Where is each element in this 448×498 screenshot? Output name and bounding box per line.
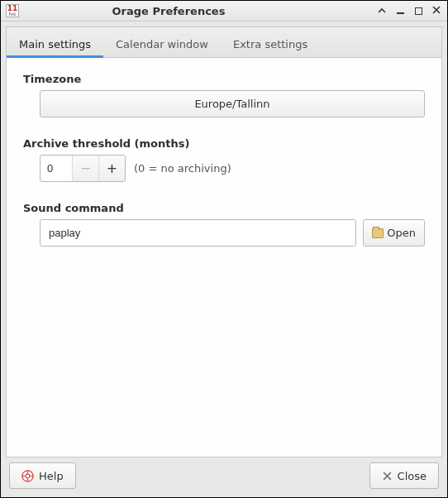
sound-command-label: Sound command xyxy=(23,202,425,214)
timezone-button[interactable]: Europe/Tallinn xyxy=(40,90,425,117)
help-button[interactable]: Help xyxy=(9,462,76,489)
close-icon xyxy=(382,471,393,481)
svg-point-1 xyxy=(26,474,30,478)
tab-label: Calendar window xyxy=(116,38,208,50)
archive-threshold-hint: (0 = no archiving) xyxy=(134,162,231,175)
titlebar: 11 Feb Orage Preferences xyxy=(1,1,447,22)
archive-threshold-input[interactable] xyxy=(41,162,72,175)
tab-extra-settings[interactable]: Extra settings xyxy=(221,30,320,58)
window-close-button[interactable] xyxy=(431,4,442,16)
archive-threshold-spin[interactable]: − + xyxy=(40,155,126,182)
close-button[interactable]: Close xyxy=(369,462,439,489)
timezone-label: Timezone xyxy=(23,73,425,85)
timezone-value: Europe/Tallinn xyxy=(194,98,269,110)
archive-threshold-row: − + (0 = no archiving) xyxy=(40,155,425,182)
open-button-label: Open xyxy=(387,227,416,239)
window-controls xyxy=(376,5,442,17)
dialog-button-bar: Help Close xyxy=(6,462,442,492)
help-button-label: Help xyxy=(39,470,64,482)
spin-increment[interactable]: + xyxy=(98,155,125,182)
close-button-label: Close xyxy=(398,470,427,482)
tab-content-main-settings: Timezone Europe/Tallinn Archive threshol… xyxy=(7,58,441,457)
maximize-button[interactable] xyxy=(412,5,424,17)
minimize-button[interactable] xyxy=(394,5,406,17)
open-button[interactable]: Open xyxy=(363,219,425,247)
sound-command-input[interactable] xyxy=(40,219,356,247)
sound-command-row: Open xyxy=(40,219,425,247)
preferences-window: 11 Feb Orage Preferences Main settings C… xyxy=(0,0,448,498)
tab-label: Extra settings xyxy=(233,38,307,50)
tab-bar: Main settings Calendar window Extra sett… xyxy=(7,27,441,58)
tab-calendar-window[interactable]: Calendar window xyxy=(103,30,221,58)
tab-main-settings[interactable]: Main settings xyxy=(7,30,103,58)
notebook: Main settings Calendar window Extra sett… xyxy=(6,26,442,457)
window-title: Orage Preferences xyxy=(24,5,371,17)
tab-label: Main settings xyxy=(19,38,91,50)
appicon-month: Feb xyxy=(9,12,17,17)
spin-decrement[interactable]: − xyxy=(72,155,98,182)
client-area: Main settings Calendar window Extra sett… xyxy=(1,22,447,497)
archive-threshold-label: Archive threshold (months) xyxy=(23,137,425,150)
app-icon: 11 Feb xyxy=(6,4,19,17)
help-icon xyxy=(21,470,34,482)
rollup-button[interactable] xyxy=(376,5,388,17)
folder-icon xyxy=(372,228,384,238)
